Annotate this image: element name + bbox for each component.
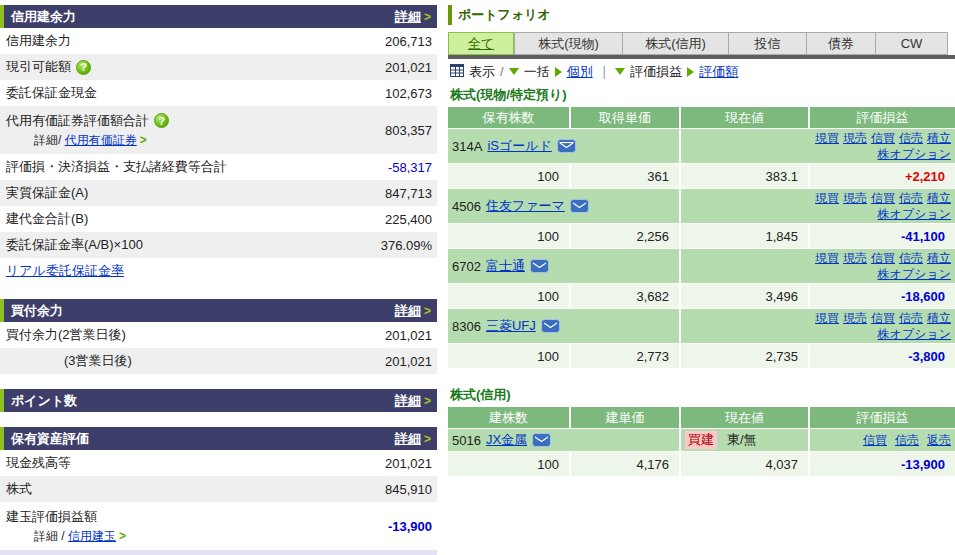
trade-links: 現買現売信買信売積立 株オプション [681, 309, 955, 343]
chevron-right-icon [424, 304, 431, 318]
section-holdings-value: 保有資産評価 詳細 現金残高等 201,021 株式 845,910 建玉評価損… [0, 427, 437, 555]
trade-link-gensell[interactable]: 現売 [843, 311, 867, 325]
cost-cell: 361 [571, 164, 681, 188]
individual-mode-link[interactable]: 個別 [567, 63, 593, 81]
row-value: 206,713 [385, 34, 432, 49]
row-value: 201,021 [385, 60, 432, 75]
margin-positions-link[interactable]: 信用建玉 [68, 529, 116, 543]
row-value: 201,021 [385, 328, 432, 343]
realtime-margin-ratio-link[interactable]: リアル委託保証金率 [6, 262, 124, 280]
cost-cell: 2,256 [571, 224, 681, 248]
detail-link[interactable]: 詳細 [395, 393, 421, 408]
stock-name-link[interactable]: 三菱UFJ [486, 317, 536, 335]
row-cash-balance: 現金残高等 201,021 [0, 450, 437, 476]
trade-link-genbuy[interactable]: 現買 [815, 251, 839, 265]
mail-icon[interactable] [557, 139, 576, 153]
tab-stock-cash[interactable]: 株式(現物) [514, 32, 622, 55]
detail-link[interactable]: 詳細 [395, 431, 421, 446]
chevron-right-icon [424, 432, 431, 446]
trade-link-gensell[interactable]: 現売 [843, 131, 867, 145]
stock-name-link[interactable]: 住友ファーマ [486, 197, 565, 215]
margin-value-row: 100 4,176 4,037 -13,900 [448, 452, 955, 477]
section-buying-power: 買付余力 詳細 買付余力(2営業日後) 201,021 (3営業日後) 201,… [0, 299, 437, 374]
stock-name-row: 4506 住友ファーマ 現買現売信買信売積立 株オプション [448, 189, 955, 224]
trade-link-tsumitate[interactable]: 積立 [927, 311, 951, 325]
mail-icon[interactable] [570, 199, 589, 213]
section-header-buying-power: 買付余力 詳細 [0, 299, 437, 322]
col-header-pl: 評価損益 [810, 107, 955, 128]
row-value: 376.09% [381, 238, 432, 253]
portfolio-tabs: 全て 株式(現物) 株式(信用) 投信 債券 CW [448, 32, 955, 55]
triangle-right-icon [687, 67, 694, 77]
trade-link-genbuy[interactable]: 現買 [815, 311, 839, 325]
chevron-right-icon [140, 133, 147, 147]
help-icon[interactable] [76, 60, 91, 75]
qty-cell: 100 [448, 164, 571, 188]
trade-link-shinbuy[interactable]: 信買 [871, 191, 895, 205]
trade-link-shinsell[interactable]: 信売 [899, 251, 923, 265]
help-icon[interactable] [154, 113, 169, 128]
section-title: 買付余力 [11, 302, 63, 320]
tab-all[interactable]: 全て [448, 32, 514, 55]
trade-link-stockoption[interactable]: 株オプション [878, 147, 951, 161]
stock-name-link[interactable]: JX金属 [486, 431, 527, 449]
stock-name-link[interactable]: 富士通 [486, 257, 525, 275]
substitute-securities-link[interactable]: 代用有価証券 [65, 133, 137, 147]
trade-link-gensell[interactable]: 現売 [843, 251, 867, 265]
section-header-points: ポイント数 詳細 [0, 389, 437, 412]
row-label: 買付余力(2営業日後) [6, 326, 385, 344]
page: 信用建余力 詳細 信用建余力 206,713 現引可能額 201,021 委託保… [0, 0, 955, 555]
stock-name-link[interactable]: iSゴールド [487, 137, 551, 155]
stock-code: 8306 [452, 319, 481, 334]
trade-link-shinsell[interactable]: 信売 [899, 191, 923, 205]
trade-link-shinbuy[interactable]: 信買 [871, 311, 895, 325]
trade-links: 現買現売信買信売積立 株オプション [681, 189, 955, 223]
trade-link-genbuy[interactable]: 現買 [815, 131, 839, 145]
row-margin-cash: 委託保証金現金 102,673 [0, 80, 437, 106]
trade-link-gensell[interactable]: 現売 [843, 191, 867, 205]
trade-link-stockoption[interactable]: 株オプション [878, 327, 951, 341]
mail-icon[interactable] [530, 259, 549, 273]
triangle-down-icon [509, 68, 519, 75]
tab-funds[interactable]: 投信 [728, 32, 806, 55]
cost-cell: 4,176 [571, 452, 681, 476]
trade-link-shinsell[interactable]: 信売 [895, 432, 919, 449]
row-realtime-ratio: リアル委託保証金率 [0, 258, 437, 284]
trade-link-hensai[interactable]: 返売 [927, 432, 951, 449]
section-margin-power: 信用建余力 詳細 信用建余力 206,713 現引可能額 201,021 委託保… [0, 5, 437, 284]
detail-link[interactable]: 詳細 [395, 303, 421, 318]
trade-link-shinsell[interactable]: 信売 [899, 311, 923, 325]
tab-stock-margin[interactable]: 株式(信用) [622, 32, 728, 55]
trade-link-stockoption[interactable]: 株オプション [878, 207, 951, 221]
mail-icon[interactable] [541, 319, 560, 333]
trade-link-tsumitate[interactable]: 積立 [927, 251, 951, 265]
detail-link-wrap: 詳細 [395, 392, 431, 410]
col-header-cost: 建単価 [571, 407, 681, 428]
detail-link[interactable]: 詳細 [395, 9, 421, 24]
trade-link-genbuy[interactable]: 現買 [815, 191, 839, 205]
tab-cw[interactable]: CW [875, 32, 948, 55]
trade-link-shinbuy[interactable]: 信買 [863, 432, 887, 449]
pl-cell: -13,900 [810, 452, 955, 476]
row-label: 実質保証金(A) [6, 184, 385, 202]
trade-link-tsumitate[interactable]: 積立 [927, 191, 951, 205]
trade-link-shinbuy[interactable]: 信買 [871, 251, 895, 265]
pl-cell: +2,210 [810, 164, 955, 188]
price-cell: 2,735 [681, 344, 810, 368]
section-header-holdings: 保有資産評価 詳細 [0, 427, 437, 450]
value-mode-link[interactable]: 評価額 [699, 63, 738, 81]
trade-link-shinsell[interactable]: 信売 [899, 131, 923, 145]
row-value: 201,021 [385, 354, 432, 369]
trade-link-shinbuy[interactable]: 信買 [871, 131, 895, 145]
row-stocks: 株式 845,910 [0, 476, 437, 502]
col-header-price: 現在値 [681, 407, 810, 428]
row-eval-loss: 評価損・決済損益・支払諸経費等合計 -58,317 [0, 154, 437, 180]
trade-link-stockoption[interactable]: 株オプション [878, 267, 951, 281]
sub-prefix: 詳細 / [34, 529, 65, 543]
mail-icon[interactable] [532, 433, 551, 447]
pl-cell: -3,800 [810, 344, 955, 368]
trade-link-tsumitate[interactable]: 積立 [927, 131, 951, 145]
row-label: 評価損・決済損益・支払諸経費等合計 [6, 158, 388, 176]
tab-bonds[interactable]: 債券 [806, 32, 875, 55]
cash-table-header: 保有株数 取得単価 現在値 評価損益 [448, 107, 955, 129]
